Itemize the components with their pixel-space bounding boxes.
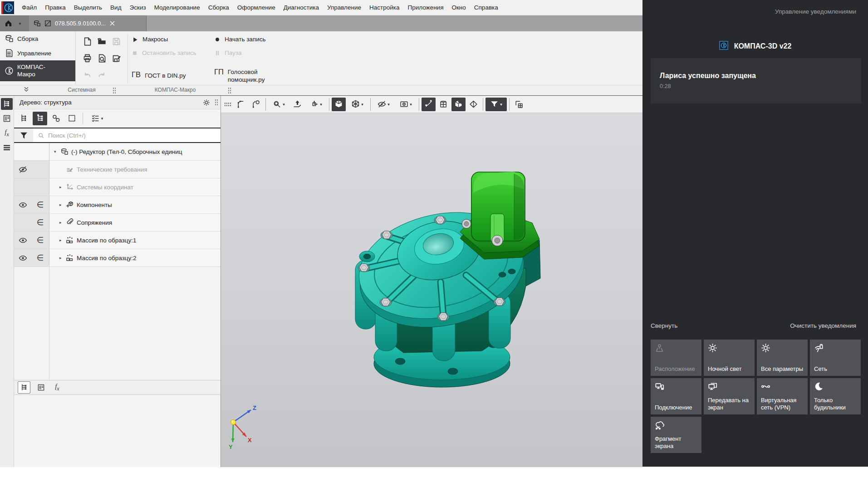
menu-item-Файл[interactable]: Файл bbox=[18, 0, 41, 15]
tree-view-ordered-button[interactable] bbox=[17, 112, 31, 125]
menu-item-Приложения[interactable]: Приложения bbox=[403, 0, 447, 15]
menu-item-Управление[interactable]: Управление bbox=[323, 0, 365, 15]
tab-variables[interactable]: fx bbox=[51, 382, 63, 393]
menu-item-Вид[interactable]: Вид bbox=[106, 0, 125, 15]
tree-item[interactable]: ∈▸Массив по образцу:1 bbox=[14, 232, 221, 249]
macro-gost-din-button[interactable]: ГВ ГОСТ в DIN.py bbox=[132, 71, 186, 79]
menu-item-Оформление[interactable]: Оформление bbox=[233, 0, 280, 15]
stop-recording-button[interactable]: Остановить запись bbox=[132, 49, 199, 57]
expand-closed-icon[interactable]: ▸ bbox=[59, 256, 65, 260]
quick-action-location[interactable]: Расположение bbox=[651, 340, 701, 376]
save-document-button[interactable] bbox=[109, 35, 123, 48]
tree-relations-button[interactable] bbox=[49, 112, 63, 125]
saved-views-button[interactable]: ▾ bbox=[395, 98, 417, 111]
quick-action-settings[interactable]: Все параметры bbox=[757, 340, 808, 376]
quick-action-screen-snip[interactable]: Фрагмент экрана bbox=[651, 417, 701, 453]
panels-menu-button[interactable] bbox=[1, 142, 13, 153]
sheet-unfold-button[interactable] bbox=[436, 98, 451, 111]
print-preview-button[interactable] bbox=[95, 52, 108, 65]
menu-item-Правка[interactable]: Правка bbox=[41, 0, 70, 15]
included-in-assembly-icon[interactable]: ∈ bbox=[31, 232, 49, 249]
clipped-toolbar-button-button[interactable] bbox=[512, 98, 526, 111]
menu-item-Справка[interactable]: Справка bbox=[470, 0, 502, 15]
parameters-panel-button[interactable] bbox=[1, 113, 13, 124]
panel-grip-icon[interactable] bbox=[215, 99, 218, 106]
sketch-edit-button[interactable] bbox=[234, 98, 248, 111]
hide-objects-button[interactable]: ▾ bbox=[373, 98, 394, 111]
tree-item[interactable]: ▾(-) Редуктор (Тел-0, Сборочных единиц bbox=[14, 143, 221, 161]
pause-button[interactable]: Пауза bbox=[214, 49, 242, 56]
home-button[interactable] bbox=[0, 15, 16, 31]
mode-Управление[interactable]: Управление bbox=[0, 46, 75, 60]
control-points-button[interactable] bbox=[422, 98, 436, 111]
collapse-link[interactable]: Свернуть bbox=[651, 322, 677, 329]
group-grip-icon[interactable] bbox=[113, 87, 116, 94]
menu-item-Сборка[interactable]: Сборка bbox=[204, 0, 233, 15]
undo-button[interactable] bbox=[80, 69, 94, 82]
tree-item[interactable]: ∈▸Компоненты bbox=[14, 196, 221, 214]
kompas-logo-icon[interactable] bbox=[0, 0, 15, 15]
group-grip-icon[interactable] bbox=[228, 87, 231, 94]
quick-action-night-light[interactable]: Ночной свет bbox=[704, 340, 755, 376]
macro-voice-assistant-button[interactable]: ГП Голосовой помощник.py bbox=[214, 69, 282, 84]
tree-filter-funnel-icon[interactable] bbox=[14, 128, 33, 142]
tab-tree[interactable] bbox=[18, 381, 30, 394]
clear-notifications-link[interactable]: Очистить уведомления bbox=[790, 322, 856, 329]
viewport-3d[interactable]: ▾▾▾▾▾▾ bbox=[221, 96, 642, 467]
menu-item-Окно[interactable]: Окно bbox=[447, 0, 470, 15]
notification-toast[interactable]: Лариса успешно запущена 0:28 bbox=[651, 58, 861, 104]
menu-item-Диагностика[interactable]: Диагностика bbox=[280, 0, 323, 15]
eye-icon[interactable] bbox=[14, 196, 31, 213]
included-in-assembly-icon[interactable]: ∈ bbox=[31, 214, 49, 231]
included-in-assembly-icon[interactable]: ∈ bbox=[31, 249, 49, 266]
clip-solids-button[interactable] bbox=[451, 98, 466, 111]
move-component-button[interactable]: ▾ bbox=[305, 98, 327, 111]
normal-to-view-button[interactable] bbox=[290, 98, 304, 111]
quick-action-alarms-only[interactable]: Только будильники bbox=[810, 378, 861, 414]
open-document-button[interactable] bbox=[95, 35, 108, 48]
tree-item[interactable]: ∈▸Сопряжения bbox=[14, 214, 221, 232]
start-recording-button[interactable]: Начать запись bbox=[214, 36, 266, 43]
tree-item[interactable]: ▸Системы координат bbox=[14, 178, 221, 196]
section-display-button[interactable] bbox=[466, 98, 481, 111]
tree-view-structure-button[interactable] bbox=[33, 112, 47, 125]
tree-settings-gear-icon[interactable] bbox=[203, 99, 210, 106]
new-document-button[interactable] bbox=[80, 35, 94, 48]
tab-close-icon[interactable] bbox=[110, 21, 115, 26]
manage-notifications-link[interactable]: Управление уведомлениями bbox=[775, 8, 856, 15]
menu-item-Моделирование[interactable]: Моделирование bbox=[150, 0, 204, 15]
tab-parameters[interactable] bbox=[35, 382, 47, 393]
eye-icon[interactable] bbox=[14, 232, 31, 249]
eye-icon[interactable] bbox=[14, 249, 31, 266]
included-in-assembly-icon[interactable]: ∈ bbox=[31, 196, 49, 213]
zoom-area-button[interactable]: ▾ bbox=[268, 98, 289, 111]
expand-open-icon[interactable]: ▾ bbox=[54, 149, 59, 154]
display-filter-button[interactable]: ▾ bbox=[485, 98, 507, 111]
expand-closed-icon[interactable]: ▸ bbox=[59, 220, 65, 225]
quick-action-connect[interactable]: Подключение bbox=[651, 378, 701, 414]
tree-panel-button[interactable] bbox=[1, 98, 13, 110]
quick-action-network[interactable]: Сеть bbox=[810, 340, 861, 376]
quick-action-project[interactable]: Передавать на экран bbox=[704, 378, 755, 414]
menu-item-Выделить[interactable]: Выделить bbox=[70, 0, 106, 15]
collapse-ribbon-icon[interactable] bbox=[24, 86, 29, 94]
expand-closed-icon[interactable]: ▸ bbox=[59, 202, 65, 207]
print-button[interactable] bbox=[80, 52, 94, 65]
quick-action-vpn[interactable]: Виртуальная сеть (VPN) bbox=[757, 378, 808, 414]
variables-panel-button[interactable]: fx bbox=[1, 127, 13, 139]
tree-item[interactable]: Технические требования bbox=[14, 161, 221, 178]
tree-search-input[interactable] bbox=[47, 132, 221, 139]
expand-closed-icon[interactable]: ▸ bbox=[59, 238, 65, 242]
display-mode-button[interactable]: ▾ bbox=[347, 98, 368, 111]
tree-display-options-button[interactable]: ▾ bbox=[87, 112, 108, 125]
display-shaded-button[interactable] bbox=[332, 98, 346, 111]
home-caret-icon[interactable]: ▾ bbox=[16, 15, 24, 31]
menu-item-Эскиз[interactable]: Эскиз bbox=[126, 0, 150, 15]
menu-item-Настройка[interactable]: Настройка bbox=[365, 0, 403, 15]
expand-closed-icon[interactable]: ▸ bbox=[59, 185, 65, 189]
mode-КОМПАС-Макро[interactable]: КОМПАС-Макро bbox=[0, 60, 75, 81]
redo-button[interactable] bbox=[95, 69, 108, 82]
mode-Сборка[interactable]: Сборка bbox=[0, 31, 75, 46]
sketch-on-plane-button[interactable] bbox=[249, 98, 263, 111]
save-as-button[interactable] bbox=[109, 52, 123, 65]
